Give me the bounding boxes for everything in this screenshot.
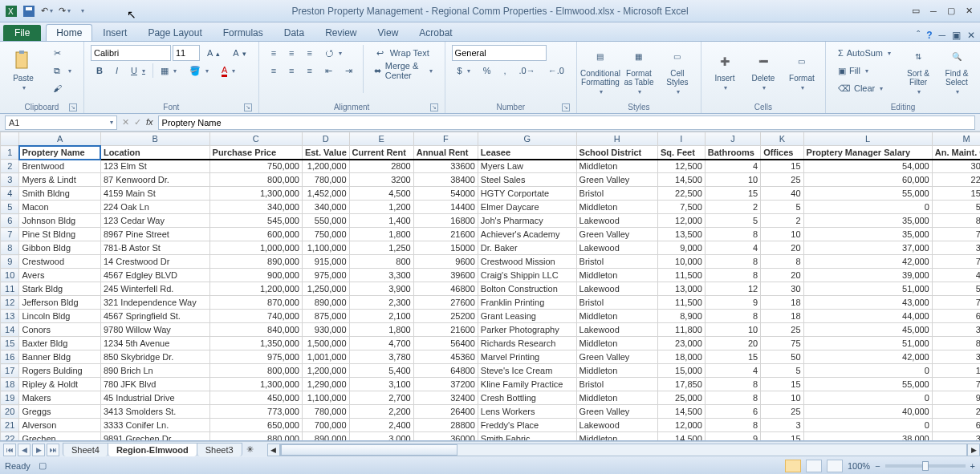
cell[interactable]: Marvel Printing — [478, 350, 576, 364]
col-header-A[interactable]: A — [19, 132, 100, 146]
cell[interactable]: 8,700 — [932, 337, 980, 350]
cell[interactable]: 0 — [803, 364, 932, 378]
alignment-dialog-launcher[interactable]: ↘ — [430, 103, 438, 111]
increase-decimal-button[interactable]: .0→ — [514, 63, 541, 79]
sheet-tab-sheet4[interactable]: Sheet4 — [63, 443, 108, 456]
conditional-formatting-button[interactable]: ▤Conditional Formatting▾ — [584, 45, 617, 96]
cell[interactable]: 14,500 — [658, 173, 706, 187]
cell[interactable]: 5 — [761, 201, 803, 214]
cell[interactable]: Proptery Name — [19, 146, 100, 160]
cell[interactable]: Johnson Bldg — [19, 214, 100, 228]
clipboard-dialog-launcher[interactable]: ↘ — [69, 103, 77, 111]
row-header-19[interactable]: 19 — [1, 391, 19, 405]
cell[interactable]: 1,200,000 — [302, 160, 349, 173]
cell[interactable]: 0 — [803, 201, 932, 214]
cell[interactable]: Middleton — [576, 432, 657, 442]
cell[interactable]: 25 — [761, 173, 803, 187]
cell[interactable]: 15 — [761, 378, 803, 391]
cell[interactable]: 245 Winterfell Rd. — [100, 282, 209, 296]
font-name-combo[interactable] — [91, 45, 171, 61]
cell[interactable]: 545,000 — [209, 214, 302, 228]
col-header-K[interactable]: K — [761, 132, 803, 146]
cell[interactable]: 900,000 — [209, 269, 302, 282]
cell[interactable]: 46800 — [413, 282, 478, 296]
tab-formulas[interactable]: Formulas — [213, 24, 274, 41]
grow-font-button[interactable]: A▴ — [201, 45, 226, 61]
cell[interactable]: An. Maint. Cost — [932, 146, 980, 160]
cell[interactable]: Lakewood — [576, 282, 657, 296]
cell[interactable]: Current Rent — [349, 146, 413, 160]
percent-button[interactable]: % — [478, 63, 497, 79]
qat-customize-icon[interactable]: ▾ — [74, 4, 90, 18]
cell[interactable]: Annual Rent — [413, 146, 478, 160]
cell[interactable]: Craig's Shippin LLC — [478, 269, 576, 282]
format-cells-button[interactable]: ▭Format▾ — [785, 45, 819, 96]
sort-filter-button[interactable]: ⇅Sort & Filter▾ — [901, 45, 935, 96]
cell[interactable]: 10 — [761, 228, 803, 241]
col-header-L[interactable]: L — [803, 132, 932, 146]
col-header-C[interactable]: C — [209, 132, 302, 146]
cell[interactable]: Conors — [19, 323, 100, 337]
cell[interactable]: Lakewood — [576, 323, 657, 337]
cell[interactable]: 28800 — [413, 419, 478, 432]
cell[interactable]: 8 — [761, 255, 803, 269]
cell[interactable]: Green Valley — [576, 405, 657, 419]
cell[interactable]: Green Valley — [576, 228, 657, 241]
cell[interactable]: Avers — [19, 269, 100, 282]
sheet-tab-region-elmwood[interactable]: Region-Elmwood — [108, 443, 197, 456]
window-minimize-icon[interactable]: ─ — [925, 4, 941, 18]
cell[interactable]: 15 — [705, 187, 760, 201]
decrease-indent-button[interactable]: ⇤ — [319, 63, 338, 79]
cell[interactable]: Joh's Pharmacy — [478, 214, 576, 228]
align-top-button[interactable]: ≡ — [266, 45, 282, 61]
clear-button[interactable]: ⌫ Clear▾ — [832, 80, 897, 96]
cell[interactable]: 890,000 — [302, 296, 349, 310]
cell[interactable]: Parker Photography — [478, 323, 576, 337]
cell[interactable]: 4159 Main St — [100, 187, 209, 201]
cell[interactable]: Bristol — [576, 187, 657, 201]
cell[interactable]: Middleton — [576, 391, 657, 405]
cell[interactable]: 1,250,000 — [302, 282, 349, 296]
col-header-E[interactable]: E — [349, 132, 413, 146]
cell[interactable]: 4,700 — [349, 337, 413, 350]
cell[interactable]: 56400 — [413, 337, 478, 350]
cell[interactable]: 1,500,000 — [302, 337, 349, 350]
cell[interactable]: 870,000 — [209, 296, 302, 310]
row-header-1[interactable]: 1 — [1, 146, 19, 160]
number-dialog-launcher[interactable]: ↘ — [562, 103, 570, 111]
cell[interactable]: 740,000 — [209, 310, 302, 323]
cell[interactable]: 2,100 — [349, 310, 413, 323]
cell[interactable]: Steel Sales — [478, 173, 576, 187]
cell[interactable]: Purchase Price — [209, 146, 302, 160]
cell[interactable]: Grant Leasing — [478, 310, 576, 323]
font-size-combo[interactable] — [173, 45, 200, 61]
cell[interactable]: 4567 Springfield St. — [100, 310, 209, 323]
cell[interactable]: 5,700 — [932, 282, 980, 296]
cell[interactable]: 26400 — [413, 405, 478, 419]
sheet-tab-sheet3[interactable]: Sheet3 — [197, 443, 242, 456]
font-dialog-launcher[interactable]: ↘ — [244, 103, 252, 111]
cell[interactable]: 9600 — [413, 255, 478, 269]
cell[interactable]: 5 — [761, 364, 803, 378]
ribbon-minimize-icon[interactable]: ▭ — [908, 4, 924, 18]
col-header-H[interactable]: H — [576, 132, 657, 146]
cell[interactable]: 1234 5th Avenue — [100, 337, 209, 350]
cell[interactable]: 6,700 — [932, 310, 980, 323]
cell[interactable]: 15 — [705, 350, 760, 364]
enter-formula-icon[interactable]: ✓ — [134, 117, 141, 128]
cell[interactable]: 2,700 — [349, 391, 413, 405]
col-header-J[interactable]: J — [705, 132, 760, 146]
zoom-slider[interactable] — [885, 464, 966, 468]
cell[interactable]: Bristol — [576, 296, 657, 310]
row-header-9[interactable]: 9 — [1, 255, 19, 269]
shrink-font-button[interactable]: A▾ — [227, 45, 251, 61]
cell[interactable]: 8 — [705, 269, 760, 282]
cell[interactable]: Bristol — [576, 378, 657, 391]
cell[interactable]: Brentwood — [19, 160, 100, 173]
cell[interactable]: 14,500 — [658, 405, 706, 419]
cell[interactable]: 33600 — [413, 160, 478, 173]
cell[interactable]: 9,000 — [658, 241, 706, 255]
cell[interactable]: 1,300,000 — [209, 187, 302, 201]
cell[interactable]: 2,300 — [932, 405, 980, 419]
cell[interactable]: 1,100,000 — [302, 391, 349, 405]
